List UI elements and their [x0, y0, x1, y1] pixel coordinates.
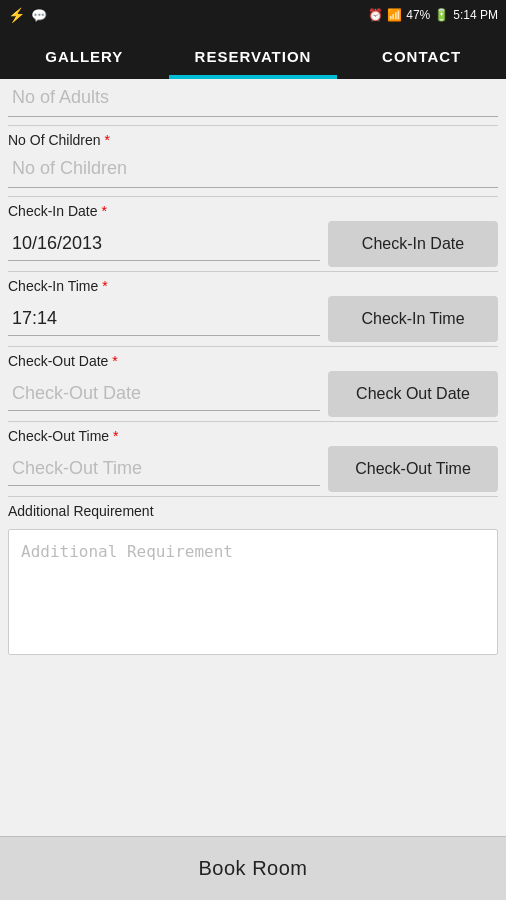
alarm-icon: ⏰ [368, 8, 383, 22]
check-out-time-field-group: Check-Out Time * Check-Out Time [8, 422, 498, 492]
book-room-bar: Book Room [0, 836, 506, 900]
check-in-time-row: Check-In Time [8, 296, 498, 342]
additional-requirement-label: Additional Requirement [8, 497, 498, 521]
battery-icon: 🔋 [434, 8, 449, 22]
tab-reservation[interactable]: RESERVATION [169, 30, 338, 79]
check-out-date-input[interactable] [8, 377, 320, 411]
book-room-button[interactable]: Book Room [0, 837, 506, 900]
check-in-time-label: Check-In Time * [8, 272, 498, 296]
check-in-time-input[interactable] [8, 302, 320, 336]
check-out-date-field-group: Check-Out Date * Check Out Date [8, 347, 498, 417]
check-out-time-row: Check-Out Time [8, 446, 498, 492]
check-out-date-label: Check-Out Date * [8, 347, 498, 371]
additional-requirement-input[interactable] [9, 530, 497, 650]
clock: 5:14 PM [453, 8, 498, 22]
check-in-date-row: Check-In Date [8, 221, 498, 267]
children-label: No Of Children * [8, 126, 498, 150]
check-in-date-button[interactable]: Check-In Date [328, 221, 498, 267]
children-input[interactable] [8, 150, 498, 188]
children-field-group: No Of Children * [8, 126, 498, 192]
check-out-time-input[interactable] [8, 452, 320, 486]
check-in-time-button[interactable]: Check-In Time [328, 296, 498, 342]
tab-gallery[interactable]: GALLERY [0, 30, 169, 79]
battery-percent: 47% [406, 8, 430, 22]
check-in-date-label: Check-In Date * [8, 197, 498, 221]
adults-field-group [8, 79, 498, 121]
check-out-date-button[interactable]: Check Out Date [328, 371, 498, 417]
chat-icon: 💬 [31, 8, 47, 23]
check-out-time-button[interactable]: Check-Out Time [328, 446, 498, 492]
check-in-date-field-group: Check-In Date * Check-In Date [8, 197, 498, 267]
adults-input[interactable] [8, 79, 498, 117]
additional-requirement-field-group: Additional Requirement [8, 497, 498, 655]
usb-icon: ⚡ [8, 7, 25, 23]
check-in-time-field-group: Check-In Time * Check-In Time [8, 272, 498, 342]
additional-requirement-wrapper [8, 529, 498, 655]
signal-icon: 📶 [387, 8, 402, 22]
check-out-date-row: Check Out Date [8, 371, 498, 417]
check-out-time-label: Check-Out Time * [8, 422, 498, 446]
tab-contact[interactable]: CONTACT [337, 30, 506, 79]
check-in-date-input[interactable] [8, 227, 320, 261]
nav-tabs: GALLERY RESERVATION CONTACT [0, 30, 506, 79]
form-area: No Of Children * Check-In Date * Check-I… [0, 79, 506, 836]
status-bar: ⚡ 💬 ⏰ 📶 47% 🔋 5:14 PM [0, 0, 506, 30]
content-area: No Of Children * Check-In Date * Check-I… [0, 79, 506, 836]
children-required: * [104, 132, 109, 148]
